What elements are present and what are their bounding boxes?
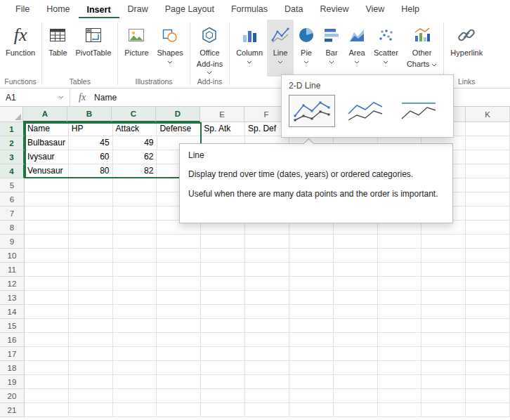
- cell-D10[interactable]: [157, 249, 201, 263]
- cell-D11[interactable]: [157, 263, 201, 277]
- picture-button[interactable]: Picture: [120, 20, 152, 77]
- table-button[interactable]: Table: [44, 20, 71, 77]
- row-header-5[interactable]: 5: [0, 178, 25, 192]
- cell-J21[interactable]: [421, 403, 466, 417]
- cell-B4[interactable]: 80: [69, 164, 113, 178]
- cell-F17[interactable]: [245, 347, 289, 361]
- cell-A17[interactable]: [25, 347, 69, 361]
- cell-H15[interactable]: [334, 319, 378, 333]
- cell-A7[interactable]: [25, 206, 69, 221]
- column-header-B[interactable]: B: [67, 107, 112, 122]
- column-header-D[interactable]: D: [156, 107, 200, 122]
- option-stacked-line[interactable]: [342, 95, 388, 127]
- cell-K13[interactable]: [466, 291, 510, 305]
- office-addins-button[interactable]: Office Add-ins: [192, 20, 227, 77]
- bar-chart-button[interactable]: Bar: [319, 20, 344, 77]
- cell-A5[interactable]: [25, 178, 69, 192]
- cell-F19[interactable]: [245, 375, 289, 389]
- cell-B2[interactable]: 45: [69, 136, 113, 150]
- cell-A13[interactable]: [25, 291, 69, 305]
- cell-G21[interactable]: [289, 403, 334, 417]
- cell-A9[interactable]: [25, 235, 69, 249]
- cell-H14[interactable]: [334, 305, 378, 319]
- cell-K17[interactable]: [466, 347, 510, 361]
- cell-H11[interactable]: [334, 263, 378, 277]
- cell-B12[interactable]: [69, 277, 113, 291]
- cell-G20[interactable]: [289, 389, 334, 403]
- select-all-corner[interactable]: [0, 107, 23, 122]
- cell-B21[interactable]: [69, 403, 113, 417]
- cell-A10[interactable]: [25, 249, 69, 263]
- cell-K8[interactable]: [466, 221, 510, 235]
- function-button[interactable]: fx Function: [1, 20, 39, 77]
- cell-A20[interactable]: [25, 389, 69, 403]
- cell-G16[interactable]: [289, 333, 334, 347]
- cell-A6[interactable]: [25, 192, 69, 206]
- cell-C11[interactable]: [113, 263, 157, 277]
- cell-K11[interactable]: [466, 263, 510, 277]
- cell-B6[interactable]: [69, 192, 113, 206]
- cell-I20[interactable]: [378, 389, 422, 403]
- cell-D13[interactable]: [157, 291, 201, 305]
- cell-A21[interactable]: [25, 403, 69, 417]
- cell-G18[interactable]: [289, 361, 334, 375]
- cell-K10[interactable]: [466, 249, 510, 263]
- row-header-7[interactable]: 7: [0, 206, 25, 221]
- cell-I10[interactable]: [378, 249, 422, 263]
- cell-J13[interactable]: [421, 291, 466, 305]
- cell-A3[interactable]: Ivysaur: [25, 150, 69, 164]
- cell-J18[interactable]: [421, 361, 466, 375]
- cell-B9[interactable]: [69, 235, 113, 249]
- pie-chart-button[interactable]: Pie: [294, 20, 319, 77]
- cell-D9[interactable]: [157, 235, 201, 249]
- menu-item-page-layout[interactable]: Page Layout: [157, 1, 223, 18]
- cell-F11[interactable]: [245, 263, 289, 277]
- cell-I9[interactable]: [378, 235, 422, 249]
- cell-K14[interactable]: [466, 305, 510, 319]
- cell-K20[interactable]: [466, 389, 510, 403]
- cell-I12[interactable]: [378, 277, 422, 291]
- cell-G15[interactable]: [289, 319, 334, 333]
- cell-F21[interactable]: [245, 403, 289, 417]
- cell-K1[interactable]: [466, 122, 510, 136]
- cell-K4[interactable]: [466, 164, 510, 178]
- menu-item-data[interactable]: Data: [276, 1, 311, 18]
- line-chart-button[interactable]: Line: [267, 20, 294, 77]
- row-header-21[interactable]: 21: [0, 403, 25, 417]
- cell-I18[interactable]: [378, 361, 422, 375]
- cell-K19[interactable]: [466, 375, 510, 389]
- cell-I21[interactable]: [378, 403, 422, 417]
- cell-F13[interactable]: [245, 291, 289, 305]
- menu-item-insert[interactable]: Insert: [79, 1, 119, 19]
- cell-H9[interactable]: [334, 235, 378, 249]
- cell-A12[interactable]: [25, 277, 69, 291]
- cell-B17[interactable]: [69, 347, 113, 361]
- area-chart-button[interactable]: Area: [344, 20, 370, 77]
- column-header-A[interactable]: A: [23, 107, 67, 122]
- cell-D14[interactable]: [157, 305, 201, 319]
- cell-F12[interactable]: [245, 277, 289, 291]
- cell-E18[interactable]: [201, 361, 245, 375]
- cell-I11[interactable]: [378, 263, 422, 277]
- cell-K2[interactable]: [466, 136, 510, 150]
- cell-B8[interactable]: [69, 221, 113, 235]
- cell-C14[interactable]: [113, 305, 157, 319]
- cell-F20[interactable]: [245, 389, 289, 403]
- cell-J20[interactable]: [421, 389, 466, 403]
- cell-J14[interactable]: [421, 305, 466, 319]
- cell-C7[interactable]: [113, 206, 157, 221]
- cell-E21[interactable]: [201, 403, 245, 417]
- cell-E1[interactable]: Sp. Atk: [201, 122, 245, 136]
- cell-A4[interactable]: Venusaur: [25, 164, 69, 178]
- cell-A16[interactable]: [25, 333, 69, 347]
- cell-F10[interactable]: [245, 249, 289, 263]
- cell-E16[interactable]: [201, 333, 245, 347]
- pivottable-button[interactable]: PivotTable: [72, 20, 116, 77]
- cell-C15[interactable]: [113, 319, 157, 333]
- row-header-6[interactable]: 6: [0, 192, 25, 206]
- cell-G9[interactable]: [289, 235, 334, 249]
- cell-F15[interactable]: [245, 319, 289, 333]
- column-chart-button[interactable]: Column: [232, 20, 267, 77]
- column-header-K[interactable]: K: [466, 107, 510, 122]
- cell-E11[interactable]: [201, 263, 245, 277]
